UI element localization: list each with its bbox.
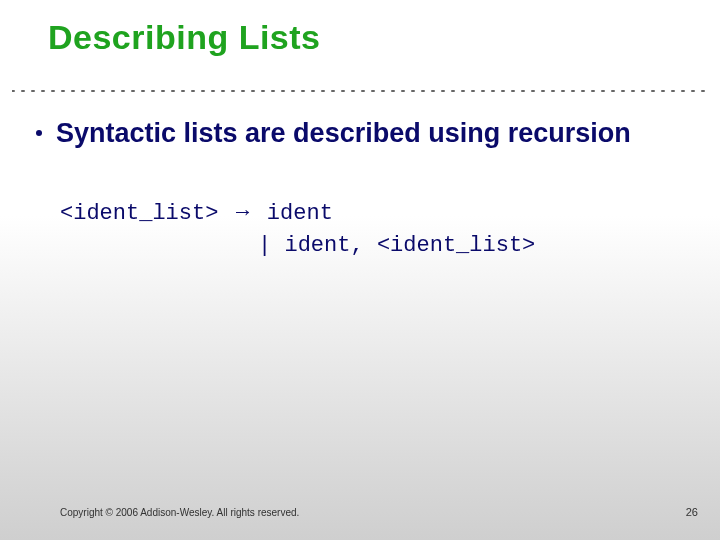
grammar-rhs2-tail: <ident_list> xyxy=(377,233,535,258)
dotted-divider xyxy=(12,88,708,94)
grammar-block: <ident_list> → ident | ident, <ident_lis… xyxy=(60,196,535,262)
arrow-icon: → xyxy=(232,199,254,224)
copyright-footer: Copyright © 2006 Addison-Wesley. All rig… xyxy=(60,507,299,518)
grammar-lhs: <ident_list> xyxy=(60,201,218,226)
slide-title: Describing Lists xyxy=(48,18,321,57)
bullet-item: Syntactic lists are described using recu… xyxy=(36,116,660,151)
grammar-rhs1: ident xyxy=(267,201,333,226)
bullet-dot-icon xyxy=(36,130,42,136)
slide: Describing Lists Syntactic lists are des… xyxy=(0,0,720,540)
bullet-text: Syntactic lists are described using recu… xyxy=(56,116,631,151)
page-number: 26 xyxy=(686,506,698,518)
grammar-rhs2-prefix: | ident, xyxy=(258,233,377,258)
